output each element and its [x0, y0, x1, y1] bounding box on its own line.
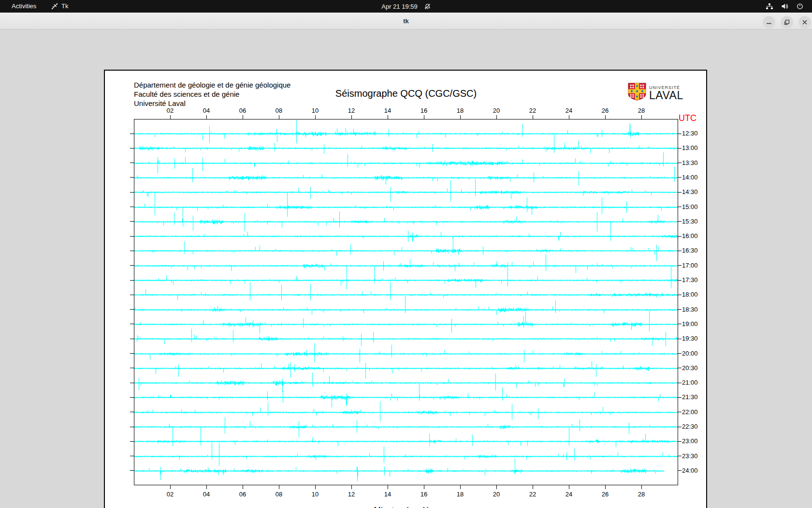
- row-tick-mark-right: [678, 236, 682, 237]
- x-tick-mark-top: [243, 115, 243, 119]
- row-tick-mark-left: [130, 412, 134, 412]
- x-tick-label-bottom: 08: [269, 491, 289, 498]
- row-tick-mark-right: [678, 470, 682, 471]
- x-tick-label-top: 28: [632, 107, 651, 114]
- row-time-label: 15:30: [682, 218, 698, 225]
- x-tick-label-top: 18: [450, 107, 470, 114]
- activities-button[interactable]: Activities: [7, 0, 41, 13]
- row-tick-mark-right: [678, 427, 682, 427]
- row-tick-mark-left: [130, 427, 134, 427]
- laval-shield-icon: [628, 83, 646, 103]
- window-title-bar[interactable]: tk: [0, 13, 812, 30]
- row-time-label: 24:00: [682, 467, 698, 475]
- row-tick-mark-left: [130, 383, 134, 383]
- app-menu-button[interactable]: Tk: [51, 0, 68, 13]
- row-time-label: 21:30: [682, 393, 698, 401]
- row-tick-mark-left: [130, 265, 134, 266]
- x-tick-label-top: 14: [378, 107, 397, 114]
- row-tick-mark-right: [678, 280, 682, 281]
- x-tick-label-bottom: 10: [305, 491, 325, 498]
- row-tick-mark-right: [678, 309, 682, 310]
- x-axis-title: Minutes écoulées: [309, 506, 503, 508]
- x-tick-mark-top: [206, 115, 207, 119]
- row-tick-mark-left: [130, 236, 134, 237]
- row-time-label: 19:30: [682, 335, 698, 343]
- row-tick-mark-right: [678, 456, 682, 456]
- x-tick-mark-top: [315, 115, 316, 119]
- x-tick-label-top: 24: [559, 107, 579, 114]
- seismogram-trace-canvas: [134, 120, 678, 485]
- x-tick-mark-top: [351, 115, 352, 119]
- x-tick-label-top: 26: [595, 107, 615, 114]
- x-tick-mark-bottom: [641, 485, 642, 489]
- x-tick-label-top: 12: [342, 107, 361, 114]
- row-tick-mark-left: [130, 470, 134, 471]
- x-tick-mark-bottom: [460, 485, 461, 489]
- x-tick-mark-top: [170, 115, 171, 119]
- row-tick-mark-left: [130, 280, 134, 281]
- row-time-label: 22:30: [682, 423, 698, 431]
- row-tick-mark-right: [678, 265, 682, 266]
- row-time-label: 16:30: [682, 247, 698, 254]
- row-tick-mark-left: [130, 339, 134, 339]
- x-tick-mark-bottom: [351, 485, 352, 489]
- x-tick-label-top: 16: [414, 107, 434, 114]
- system-status-area[interactable]: [766, 0, 803, 13]
- x-tick-mark-top: [424, 115, 424, 119]
- x-tick-label-top: 02: [160, 107, 180, 114]
- x-tick-label-bottom: 04: [197, 491, 216, 498]
- minimize-button[interactable]: [763, 16, 775, 29]
- row-tick-mark-left: [130, 295, 134, 295]
- x-tick-mark-top: [279, 115, 279, 119]
- row-tick-mark-left: [130, 134, 134, 134]
- row-tick-mark-left: [130, 221, 134, 222]
- row-time-label: 18:30: [682, 306, 698, 314]
- row-time-label: 17:30: [682, 276, 698, 284]
- row-tick-mark-left: [130, 324, 134, 324]
- row-tick-mark-left: [130, 456, 134, 456]
- x-tick-label-top: 08: [269, 107, 289, 114]
- row-time-label: 19:00: [682, 320, 698, 328]
- row-tick-mark-left: [130, 148, 134, 149]
- x-tick-label-top: 20: [487, 107, 506, 114]
- row-time-label: 23:00: [682, 437, 698, 445]
- row-tick-mark-right: [678, 324, 682, 324]
- app-menu-label: Tk: [61, 0, 68, 13]
- row-time-label: 12:30: [682, 130, 698, 137]
- row-tick-mark-right: [678, 441, 682, 442]
- clock-label[interactable]: Apr 21 19:59: [381, 3, 417, 10]
- x-tick-mark-bottom: [533, 485, 533, 489]
- institution-header: Département de géologie et de génie géol…: [134, 80, 290, 108]
- row-tick-mark-right: [678, 397, 682, 398]
- row-tick-mark-right: [678, 368, 682, 368]
- x-tick-label-top: 06: [233, 107, 252, 114]
- chart-title: Séismographe QCQ (CGC/GSC): [285, 88, 527, 99]
- row-time-label: 22:00: [682, 408, 698, 416]
- x-tick-mark-top: [569, 115, 569, 119]
- window-title: tk: [0, 13, 812, 30]
- row-tick-mark-right: [678, 412, 682, 412]
- row-tick-mark-right: [678, 221, 682, 222]
- x-tick-label-bottom: 02: [160, 491, 180, 498]
- x-tick-label-bottom: 20: [487, 491, 506, 498]
- x-tick-mark-bottom: [388, 485, 388, 489]
- gnome-top-bar: Activities Tk Apr 21 19:59: [0, 0, 812, 13]
- logo-text-laval: LAVAL: [649, 90, 683, 101]
- x-tick-label-bottom: 12: [342, 491, 361, 498]
- row-time-label: 13:00: [682, 144, 698, 152]
- row-tick-mark-right: [678, 353, 682, 354]
- x-tick-mark-top: [460, 115, 461, 119]
- x-tick-mark-top: [496, 115, 497, 119]
- x-tick-mark-top: [641, 115, 642, 119]
- row-tick-mark-left: [130, 309, 134, 310]
- maximize-button[interactable]: [781, 16, 793, 29]
- x-tick-mark-bottom: [605, 485, 606, 489]
- institution-line-2: Faculté des sciences et de génie: [134, 90, 239, 98]
- x-tick-mark-bottom: [496, 485, 497, 489]
- close-button[interactable]: [798, 16, 811, 29]
- row-tick-mark-right: [678, 295, 682, 295]
- institution-line-3: Université Laval: [134, 99, 186, 107]
- row-time-label: 20:00: [682, 350, 698, 358]
- row-time-label: 14:00: [682, 174, 698, 181]
- row-tick-mark-right: [678, 383, 682, 383]
